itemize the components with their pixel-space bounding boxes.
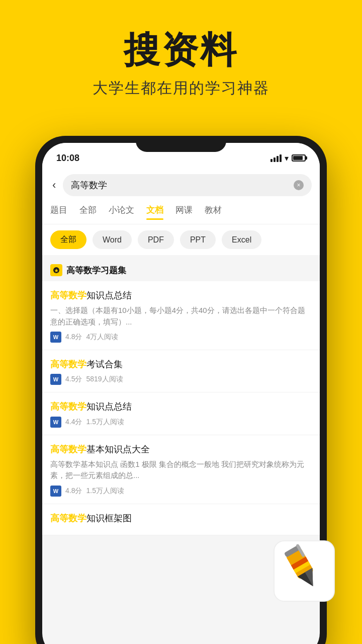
tab-textbook[interactable]: 教材: [205, 204, 222, 218]
pen-sticker: [272, 538, 337, 604]
result-reads: 1.5万人阅读: [86, 418, 124, 427]
search-query: 高等数学: [71, 179, 107, 191]
filter-excel[interactable]: Excel: [222, 230, 261, 249]
subtitle: 大学生都在用的学习神器: [0, 78, 362, 99]
result-description: 一、选择题（本题有10小题，每小题4分，共40分，请选出各题中一个符合题意的正确…: [50, 305, 312, 328]
filter-ppt[interactable]: PPT: [180, 230, 216, 249]
section-icon: ★: [50, 264, 62, 276]
section-title: 高等数学习题集: [66, 265, 126, 276]
result-item[interactable]: 高等数学考试合集 W 4.5分 5819人阅读: [42, 350, 320, 392]
filter-all[interactable]: 全部: [50, 230, 86, 249]
tab-course[interactable]: 网课: [175, 204, 193, 218]
result-title: 高等数学知识框架图: [50, 512, 312, 525]
main-title: 搜资料: [0, 30, 362, 70]
result-title: 高等数学基本知识点大全: [50, 443, 312, 456]
status-icons: ▾: [270, 153, 306, 163]
status-time: 10:08: [56, 153, 79, 164]
result-item[interactable]: 高等数学知识点总结 W 4.4分 1.5万人阅读: [42, 392, 320, 435]
filter-pdf[interactable]: PDF: [138, 230, 174, 249]
result-item[interactable]: 高等数学基本知识点大全 高等数学基本知识点 函数1 极限 集合的概念一般地 我们…: [42, 435, 320, 504]
signal-icon: [270, 154, 282, 162]
filter-row: 全部 Word PDF PPT Excel: [42, 224, 320, 255]
tab-paper[interactable]: 小论文: [109, 204, 134, 218]
result-reads: 5819人阅读: [86, 375, 123, 384]
results-list: 高等数学知识点总结 一、选择题（本题有10小题，每小题4分，共40分，请选出各题…: [42, 281, 320, 535]
search-bar[interactable]: 高等数学 ×: [63, 174, 312, 196]
result-meta: W 4.4分 1.5万人阅读: [50, 417, 312, 428]
tab-navigation: 题目 全部 小论文 文档 网课 教材: [42, 200, 320, 224]
wifi-icon: ▾: [285, 153, 289, 163]
result-title: 高等数学考试合集: [50, 358, 312, 371]
hero-section: 搜资料 大学生都在用的学习神器: [0, 0, 362, 114]
section-header: ★ 高等数学习题集: [42, 259, 320, 281]
result-score: 4.8分: [65, 333, 82, 342]
word-icon: W: [50, 486, 61, 497]
result-meta: W 4.5分 5819人阅读: [50, 374, 312, 385]
word-icon: W: [50, 417, 61, 428]
result-meta: W 4.8分 4万人阅读: [50, 332, 312, 343]
result-score: 4.5分: [65, 375, 82, 384]
result-reads: 1.5万人阅读: [86, 487, 124, 496]
tab-document[interactable]: 文档: [146, 204, 163, 218]
filter-word[interactable]: Word: [93, 230, 132, 249]
search-area: ‹ 高等数学 ×: [42, 168, 320, 200]
result-score: 4.4分: [65, 418, 82, 427]
phone-notch: [136, 136, 226, 152]
tab-all[interactable]: 全部: [79, 204, 97, 218]
word-icon: W: [50, 374, 61, 385]
back-button[interactable]: ‹: [50, 177, 58, 194]
result-reads: 4万人阅读: [86, 333, 118, 342]
result-score: 4.8分: [65, 487, 82, 496]
clear-button[interactable]: ×: [294, 180, 304, 190]
result-meta: W 4.8分 1.5万人阅读: [50, 486, 312, 497]
result-item[interactable]: 高等数学知识框架图: [42, 504, 320, 535]
result-title: 高等数学知识点总结: [50, 289, 312, 302]
result-title: 高等数学知识点总结: [50, 400, 312, 413]
result-item[interactable]: 高等数学知识点总结 一、选择题（本题有10小题，每小题4分，共40分，请选出各题…: [42, 281, 320, 350]
phone-mockup: 10:08 ▾ ‹ 高等数学: [35, 136, 327, 644]
battery-icon: [292, 154, 306, 162]
word-icon: W: [50, 332, 61, 343]
result-description: 高等数学基本知识点 函数1 极限 集合的概念一般地 我们把研究对象统称为元素，把…: [50, 459, 312, 481]
svg-text:★: ★: [54, 268, 59, 273]
tab-questions[interactable]: 题目: [50, 204, 67, 218]
